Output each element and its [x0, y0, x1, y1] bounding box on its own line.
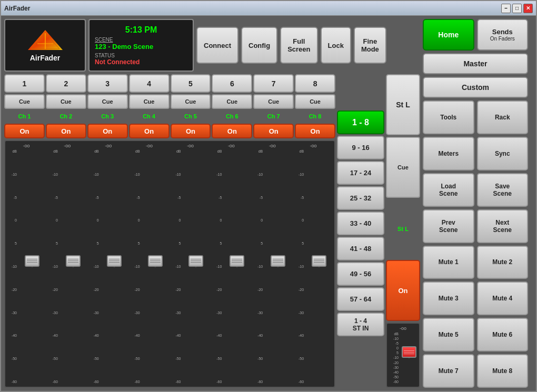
- cue-btn-3[interactable]: Cue: [87, 94, 128, 109]
- mute1-button[interactable]: Mute 1: [423, 246, 474, 279]
- on-btn-4[interactable]: On: [129, 124, 170, 138]
- connect-button[interactable]: Connect: [196, 27, 238, 64]
- mute7-button[interactable]: Mute 7: [423, 354, 474, 388]
- ch-label-6: Ch 6: [212, 110, 252, 122]
- cue-row: Cue Cue Cue Cue Cue Cue Cue Cue: [4, 94, 335, 109]
- ch-label-row: Ch 1 Ch 2 Ch 3 Ch 4 Ch 5 Ch 6 Ch 7 Ch 8: [4, 110, 335, 122]
- fader-handle-7[interactable]: [271, 255, 285, 267]
- next-scene-button[interactable]: NextScene: [477, 209, 529, 243]
- fader-handle-4[interactable]: [148, 255, 163, 267]
- cue-btn-8[interactable]: Cue: [295, 94, 335, 109]
- mute3-button[interactable]: Mute 3: [423, 282, 474, 315]
- fine-mode-button[interactable]: FineMode: [354, 27, 386, 64]
- cue-btn-6[interactable]: Cue: [212, 94, 252, 109]
- cue-btn-5[interactable]: Cue: [171, 94, 211, 109]
- fader-handle-2[interactable]: [66, 255, 81, 267]
- ch-label-5: Ch 5: [171, 110, 211, 122]
- channels-main: 1 2 3 4 5 6 7 8 Cue Cue Cue Cue: [4, 74, 335, 388]
- master-button[interactable]: Master: [423, 53, 528, 74]
- ch-num-8[interactable]: 8: [295, 74, 335, 93]
- close-button[interactable]: ✕: [523, 4, 533, 13]
- minimize-button[interactable]: –: [501, 4, 511, 13]
- mute6-button[interactable]: Mute 6: [477, 318, 529, 351]
- fader-ch-8: -oo dB -10 -5 0 5 -10 -20: [293, 143, 333, 385]
- fader-handle-1[interactable]: [25, 255, 39, 267]
- ch-num-7[interactable]: 7: [253, 74, 294, 93]
- config-button[interactable]: Config: [241, 27, 277, 64]
- mute5-button[interactable]: Mute 5: [423, 318, 474, 351]
- cue-btn-7[interactable]: Cue: [253, 94, 294, 109]
- ch-num-1[interactable]: 1: [4, 74, 45, 93]
- maximize-button[interactable]: □: [512, 4, 522, 13]
- cue-btn-1[interactable]: Cue: [4, 94, 45, 109]
- meters-button[interactable]: Meters: [423, 137, 474, 170]
- bank-btn-25-32[interactable]: 25 - 32: [337, 186, 384, 210]
- ch-label-7: Ch 7: [253, 110, 294, 122]
- bank-btn-49-56[interactable]: 49 - 56: [337, 262, 384, 286]
- custom-button[interactable]: Custom: [423, 77, 528, 98]
- mute2-button[interactable]: Mute 2: [477, 246, 529, 279]
- ch-num-2[interactable]: 2: [46, 74, 86, 93]
- fullscreen-button[interactable]: FullScreen: [280, 27, 317, 64]
- on-btn-1[interactable]: On: [4, 124, 45, 138]
- ch-num-3[interactable]: 3: [87, 74, 128, 93]
- bank-btn-57-64[interactable]: 57 - 64: [337, 287, 384, 311]
- ch-num-4[interactable]: 4: [129, 74, 170, 93]
- bank-btn-1-8[interactable]: 1 - 8: [337, 110, 384, 134]
- home-button[interactable]: Home: [423, 19, 474, 51]
- ch-num-5[interactable]: 5: [171, 74, 211, 93]
- on-btn-6[interactable]: On: [212, 124, 252, 138]
- sends-button[interactable]: Sends On Faders: [477, 19, 529, 51]
- save-scene-button[interactable]: SaveScene: [477, 173, 529, 207]
- fader-handle-stl[interactable]: [402, 346, 416, 358]
- status-value: Not Connected: [95, 58, 187, 66]
- scene-section: 5:13 PM SCENE 123 - Demo Scene STATUS No…: [88, 19, 194, 72]
- lock-button[interactable]: Lock: [321, 27, 351, 64]
- sync-button[interactable]: Sync: [477, 137, 529, 170]
- fader-handle-5[interactable]: [188, 255, 203, 267]
- time-display: 5:13 PM: [95, 25, 187, 35]
- cue-btn-4[interactable]: Cue: [129, 94, 170, 109]
- app-name: AirFader: [30, 54, 61, 62]
- channel-numbers-row: 1 2 3 4 5 6 7 8: [4, 74, 335, 93]
- fader-top-2: -oo: [64, 143, 71, 148]
- on-btn-5[interactable]: On: [171, 124, 211, 138]
- fader-handle-3[interactable]: [107, 255, 122, 267]
- stl-ch-label: St L: [386, 199, 420, 258]
- top-row: AirFader 5:13 PM SCENE 123 - Demo Scene …: [4, 19, 420, 72]
- on-btn-2[interactable]: On: [46, 124, 86, 138]
- bank-btn-1-4-stin[interactable]: 1 - 4ST IN: [337, 313, 384, 336]
- rack-button[interactable]: Rack: [477, 100, 529, 134]
- bank-btn-9-16[interactable]: 9 - 16: [337, 136, 384, 159]
- on-btn-7[interactable]: On: [253, 124, 294, 138]
- sends-label: Sends: [492, 28, 513, 36]
- cue-btn-2[interactable]: Cue: [46, 94, 86, 109]
- stl-cue-btn[interactable]: Cue: [386, 137, 420, 198]
- ch-num-6[interactable]: 6: [212, 74, 252, 93]
- on-btn-3[interactable]: On: [87, 124, 128, 138]
- logo-icon: [27, 29, 64, 53]
- mute8-button[interactable]: Mute 8: [477, 354, 529, 388]
- fader-handle-6[interactable]: [230, 255, 244, 267]
- fader-row: -oo dB -10 -5 0 5 -10 -20: [4, 140, 335, 388]
- fader-ch-2: -oo dB -10 -5 0 5 -10 -20: [47, 143, 87, 385]
- fader-handle-8[interactable]: [312, 255, 326, 267]
- stl-num-btn[interactable]: St L: [386, 74, 420, 135]
- bank-btn-33-40[interactable]: 33 - 40: [337, 212, 384, 235]
- logo-section: AirFader: [4, 19, 86, 72]
- top-buttons: Connect Config FullScreen Lock FineMode: [196, 19, 420, 72]
- on-btn-8[interactable]: On: [295, 124, 335, 138]
- load-scene-button[interactable]: LoadScene: [423, 173, 474, 207]
- scene-label: SCENE: [95, 37, 187, 43]
- prev-scene-button[interactable]: PrevScene: [423, 209, 474, 243]
- tools-button[interactable]: Tools: [423, 100, 474, 134]
- bank-btn-41-48[interactable]: 41 - 48: [337, 237, 384, 260]
- fader-ch-1: -oo dB -10 -5 0 5 -10 -20: [6, 143, 46, 385]
- bank-spacer-top: [337, 74, 384, 93]
- left-panel: AirFader 5:13 PM SCENE 123 - Demo Scene …: [4, 19, 420, 388]
- window-title: AirFader: [4, 5, 30, 12]
- stl-on-btn[interactable]: On: [386, 260, 420, 321]
- mute4-button[interactable]: Mute 4: [477, 282, 529, 315]
- bank-spacer-cue: [337, 94, 384, 109]
- bank-btn-17-24[interactable]: 17 - 24: [337, 161, 384, 185]
